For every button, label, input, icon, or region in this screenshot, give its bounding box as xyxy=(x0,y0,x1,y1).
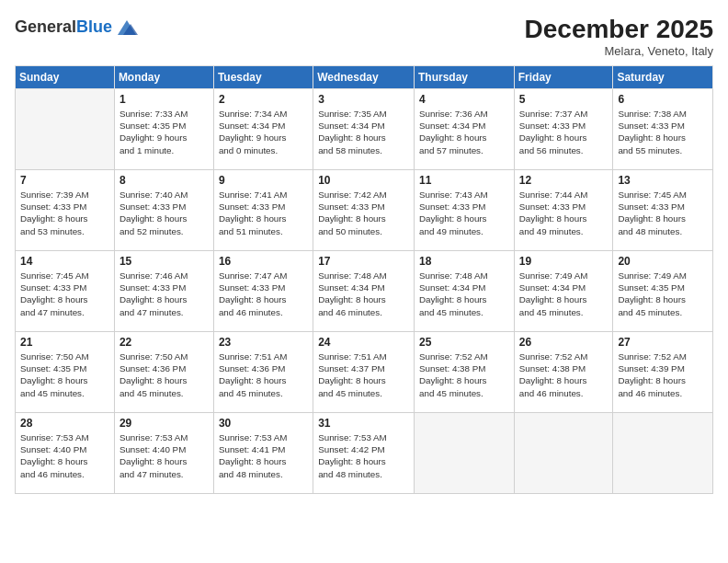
day-number: 25 xyxy=(419,336,509,349)
day-number: 5 xyxy=(519,93,609,106)
day-info: Sunrise: 7:44 AMSunset: 4:33 PMDaylight:… xyxy=(519,189,609,237)
title-block: December 2025 Melara, Veneto, Italy xyxy=(525,15,713,58)
day-number: 21 xyxy=(20,336,109,349)
calendar-cell: 20Sunrise: 7:49 AMSunset: 4:35 PMDayligh… xyxy=(613,251,713,332)
logo-blue: Blue xyxy=(76,17,112,36)
logo-icon xyxy=(114,15,140,40)
day-info: Sunrise: 7:34 AMSunset: 4:34 PMDaylight:… xyxy=(219,108,308,156)
calendar-cell: 25Sunrise: 7:52 AMSunset: 4:38 PMDayligh… xyxy=(415,332,515,413)
page: GeneralBlue December 2025 Melara, Veneto… xyxy=(0,0,728,563)
day-info: Sunrise: 7:41 AMSunset: 4:33 PMDaylight:… xyxy=(219,189,308,237)
day-info: Sunrise: 7:37 AMSunset: 4:33 PMDaylight:… xyxy=(519,108,609,156)
calendar-header-row: SundayMondayTuesdayWednesdayThursdayFrid… xyxy=(16,66,713,89)
day-number: 14 xyxy=(20,255,109,268)
day-info: Sunrise: 7:53 AMSunset: 4:42 PMDaylight:… xyxy=(318,431,409,480)
calendar-week-3: 14Sunrise: 7:45 AMSunset: 4:33 PMDayligh… xyxy=(16,251,713,332)
calendar-cell: 2Sunrise: 7:34 AMSunset: 4:34 PMDaylight… xyxy=(213,89,313,170)
day-info: Sunrise: 7:53 AMSunset: 4:41 PMDaylight:… xyxy=(219,431,308,480)
day-info: Sunrise: 7:39 AMSunset: 4:33 PMDaylight:… xyxy=(20,189,109,237)
calendar-cell: 8Sunrise: 7:40 AMSunset: 4:33 PMDaylight… xyxy=(114,170,213,251)
calendar-cell xyxy=(415,413,515,494)
day-number: 9 xyxy=(219,174,308,187)
day-number: 7 xyxy=(20,174,109,187)
day-info: Sunrise: 7:51 AMSunset: 4:37 PMDaylight:… xyxy=(318,350,409,399)
month-title: December 2025 xyxy=(525,15,713,44)
calendar-cell: 1Sunrise: 7:33 AMSunset: 4:35 PMDaylight… xyxy=(114,89,213,170)
day-info: Sunrise: 7:40 AMSunset: 4:33 PMDaylight:… xyxy=(119,189,209,237)
day-number: 2 xyxy=(219,93,308,106)
calendar-cell xyxy=(16,89,115,170)
calendar-cell: 26Sunrise: 7:52 AMSunset: 4:38 PMDayligh… xyxy=(514,332,613,413)
col-header-wednesday: Wednesday xyxy=(313,66,415,89)
day-info: Sunrise: 7:43 AMSunset: 4:33 PMDaylight:… xyxy=(419,189,509,237)
calendar-cell: 29Sunrise: 7:53 AMSunset: 4:40 PMDayligh… xyxy=(114,413,213,494)
day-info: Sunrise: 7:38 AMSunset: 4:33 PMDaylight:… xyxy=(618,108,708,156)
day-info: Sunrise: 7:48 AMSunset: 4:34 PMDaylight:… xyxy=(318,270,409,318)
header: GeneralBlue December 2025 Melara, Veneto… xyxy=(15,15,713,58)
calendar-week-2: 7Sunrise: 7:39 AMSunset: 4:33 PMDaylight… xyxy=(16,170,713,251)
calendar-cell: 7Sunrise: 7:39 AMSunset: 4:33 PMDaylight… xyxy=(16,170,115,251)
calendar-cell: 30Sunrise: 7:53 AMSunset: 4:41 PMDayligh… xyxy=(213,413,313,494)
day-info: Sunrise: 7:46 AMSunset: 4:33 PMDaylight:… xyxy=(119,270,209,318)
day-number: 15 xyxy=(119,255,209,268)
logo-general: General xyxy=(15,17,76,36)
calendar-week-5: 28Sunrise: 7:53 AMSunset: 4:40 PMDayligh… xyxy=(16,413,713,494)
calendar-cell: 5Sunrise: 7:37 AMSunset: 4:33 PMDaylight… xyxy=(514,89,613,170)
day-number: 26 xyxy=(519,336,609,349)
day-number: 31 xyxy=(318,417,409,430)
day-info: Sunrise: 7:53 AMSunset: 4:40 PMDaylight:… xyxy=(20,431,109,480)
calendar-cell: 27Sunrise: 7:52 AMSunset: 4:39 PMDayligh… xyxy=(613,332,713,413)
calendar-cell: 11Sunrise: 7:43 AMSunset: 4:33 PMDayligh… xyxy=(415,170,515,251)
day-info: Sunrise: 7:52 AMSunset: 4:38 PMDaylight:… xyxy=(519,350,609,399)
calendar-cell: 18Sunrise: 7:48 AMSunset: 4:34 PMDayligh… xyxy=(415,251,515,332)
day-info: Sunrise: 7:35 AMSunset: 4:34 PMDaylight:… xyxy=(318,108,409,156)
calendar-cell: 14Sunrise: 7:45 AMSunset: 4:33 PMDayligh… xyxy=(16,251,115,332)
day-info: Sunrise: 7:33 AMSunset: 4:35 PMDaylight:… xyxy=(119,108,209,156)
day-info: Sunrise: 7:52 AMSunset: 4:38 PMDaylight:… xyxy=(419,350,509,399)
calendar-cell xyxy=(514,413,613,494)
calendar-cell: 24Sunrise: 7:51 AMSunset: 4:37 PMDayligh… xyxy=(313,332,415,413)
day-info: Sunrise: 7:45 AMSunset: 4:33 PMDaylight:… xyxy=(20,270,109,318)
calendar-cell: 31Sunrise: 7:53 AMSunset: 4:42 PMDayligh… xyxy=(313,413,415,494)
day-number: 28 xyxy=(20,417,109,430)
day-number: 23 xyxy=(219,336,308,349)
day-number: 27 xyxy=(618,336,708,349)
calendar-table: SundayMondayTuesdayWednesdayThursdayFrid… xyxy=(15,65,713,494)
calendar-cell: 6Sunrise: 7:38 AMSunset: 4:33 PMDaylight… xyxy=(613,89,713,170)
col-header-monday: Monday xyxy=(114,66,213,89)
day-number: 17 xyxy=(318,255,409,268)
day-info: Sunrise: 7:45 AMSunset: 4:33 PMDaylight:… xyxy=(618,189,708,237)
day-info: Sunrise: 7:50 AMSunset: 4:35 PMDaylight:… xyxy=(20,350,109,399)
day-info: Sunrise: 7:51 AMSunset: 4:36 PMDaylight:… xyxy=(219,350,308,399)
day-number: 8 xyxy=(119,174,209,187)
col-header-thursday: Thursday xyxy=(415,66,515,89)
day-number: 1 xyxy=(119,93,209,106)
day-number: 29 xyxy=(119,417,209,430)
location: Melara, Veneto, Italy xyxy=(525,44,713,58)
calendar-cell: 15Sunrise: 7:46 AMSunset: 4:33 PMDayligh… xyxy=(114,251,213,332)
calendar-cell: 21Sunrise: 7:50 AMSunset: 4:35 PMDayligh… xyxy=(16,332,115,413)
day-number: 11 xyxy=(419,174,509,187)
calendar-week-1: 1Sunrise: 7:33 AMSunset: 4:35 PMDaylight… xyxy=(16,89,713,170)
calendar-cell: 12Sunrise: 7:44 AMSunset: 4:33 PMDayligh… xyxy=(514,170,613,251)
day-info: Sunrise: 7:49 AMSunset: 4:34 PMDaylight:… xyxy=(519,270,609,318)
col-header-sunday: Sunday xyxy=(16,66,115,89)
day-number: 10 xyxy=(318,174,409,187)
day-info: Sunrise: 7:42 AMSunset: 4:33 PMDaylight:… xyxy=(318,189,409,237)
calendar-cell: 9Sunrise: 7:41 AMSunset: 4:33 PMDaylight… xyxy=(213,170,313,251)
day-info: Sunrise: 7:53 AMSunset: 4:40 PMDaylight:… xyxy=(119,431,209,480)
day-number: 22 xyxy=(119,336,209,349)
day-number: 30 xyxy=(219,417,308,430)
day-number: 3 xyxy=(318,93,409,106)
day-number: 19 xyxy=(519,255,609,268)
logo-text: GeneralBlue xyxy=(15,18,112,37)
day-number: 24 xyxy=(318,336,409,349)
day-info: Sunrise: 7:47 AMSunset: 4:33 PMDaylight:… xyxy=(219,270,308,318)
calendar-cell: 17Sunrise: 7:48 AMSunset: 4:34 PMDayligh… xyxy=(313,251,415,332)
col-header-tuesday: Tuesday xyxy=(213,66,313,89)
calendar-cell: 3Sunrise: 7:35 AMSunset: 4:34 PMDaylight… xyxy=(313,89,415,170)
calendar-cell: 10Sunrise: 7:42 AMSunset: 4:33 PMDayligh… xyxy=(313,170,415,251)
calendar-cell: 13Sunrise: 7:45 AMSunset: 4:33 PMDayligh… xyxy=(613,170,713,251)
calendar-week-4: 21Sunrise: 7:50 AMSunset: 4:35 PMDayligh… xyxy=(16,332,713,413)
logo: GeneralBlue xyxy=(15,15,140,40)
